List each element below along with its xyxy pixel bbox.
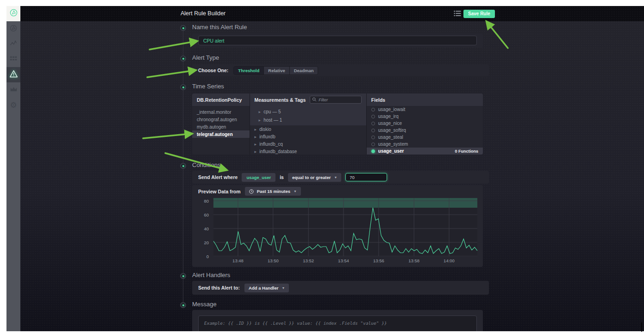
field-item[interactable]: usage_nice [367,120,483,127]
x-axis-tick-label: 13:48 [230,258,246,263]
measurements-column-header: Measurements & Tags [250,93,366,106]
alert-type-option-deadman[interactable]: Deadman [290,67,318,74]
sidebar-item-dashboards[interactable] [6,52,20,67]
sidebar-item-status[interactable] [6,21,20,37]
field-item[interactable]: usage_steal [367,134,483,141]
fields-header-label: Fields [371,97,385,103]
x-axis-tick-label: 13:58 [406,258,422,263]
measurement-label: influxdb [259,134,275,139]
dashboard-grid-icon [10,56,18,64]
field-item[interactable]: usage_iowait [367,106,483,113]
rule-builder-content: Name this Alert Rule Alert Type Time Ser… [20,21,644,331]
section-bullet [180,25,186,31]
section-title-message: Message [192,301,217,308]
measurement-item[interactable]: ▶influxdb_database [250,148,366,155]
time-range-dropdown[interactable]: Past 15 minutes ▼ [245,187,301,196]
threshold-band [213,198,477,208]
tag-label: host — 1 [263,118,282,123]
db-list: _internal.monitorchronograf.autogenmydb.… [192,106,250,138]
field-label: usage_user [378,148,404,154]
db-column-header-label: DB.RetentionPolicy [197,97,242,103]
condition-field-chip[interactable]: usage_user [242,173,275,182]
crown-icon [10,86,18,94]
preview-line-chart [213,198,477,256]
chevron-right-icon: ▶ [259,118,261,122]
alert-type-card: Choose One: ThresholdRelativeDeadman [192,64,489,76]
db-column-header: DB.RetentionPolicy [192,93,250,106]
chevron-down-icon: ▼ [281,286,285,290]
message-template-textarea[interactable] [198,315,477,331]
alert-type-option-relative[interactable]: Relative [264,67,289,74]
is-label: is [280,174,284,180]
sidebar-item-admin[interactable] [6,82,20,98]
page-title: Alert Rule Builder [181,6,225,21]
measurement-item[interactable]: ▶diskio [250,125,366,133]
conditions-rule-card: Send Alert where usage_user is equal to … [192,171,489,184]
db-item[interactable]: _internal.monitor [192,108,250,116]
measurement-label: diskio [259,127,271,132]
top-navbar: Alert Rule Builder Save Rule [20,6,644,21]
chevron-right-icon: ▶ [255,128,257,131]
chevron-right-icon: ▶ [255,142,257,146]
field-item[interactable]: usage_softirq [367,127,483,134]
sidebar-item-chronograf-logo[interactable] [6,6,20,21]
operator-dropdown[interactable]: equal to or greater ▼ [288,173,341,182]
tag-item[interactable]: ▶host — 1 [250,116,366,124]
measurement-label: influxdb_database [259,149,297,154]
x-axis-tick-label: 13:54 [335,258,352,263]
db-retention-column: DB.RetentionPolicy _internal.monitorchro… [192,93,250,155]
field-radio-icon [371,129,375,132]
tag-item[interactable]: ▶cpu — 5 [250,107,366,116]
alert-type-group: ThresholdRelativeDeadman [233,66,318,75]
choose-one-label: Choose One: [198,68,228,73]
section-bullet [180,273,186,279]
add-handler-dropdown[interactable]: Add a Handler ▼ [244,284,289,292]
section-title-time-series: Time Series [192,83,224,90]
y-axis-tick-label: 40 [195,226,209,231]
sidebar-item-data-explorer[interactable] [6,37,20,52]
preview-chart-card: Preview Data from Past 15 minutes ▼ 8060… [192,185,483,267]
chevron-down-icon: ▼ [334,176,337,179]
add-handler-value: Add a Handler [249,285,278,291]
alert-triangle-icon [9,70,18,80]
save-rule-button[interactable]: Save Rule [463,10,495,18]
fields-column: Fields usage_iowaitusage_irqusage_niceus… [367,93,483,155]
field-label: usage_irq [378,114,399,119]
threshold-value-input[interactable] [345,173,387,181]
preview-row: Preview Data from Past 15 minutes ▼ [198,187,301,196]
pulse-graph-icon [9,39,18,49]
db-item[interactable]: chronograf.autogen [192,116,250,123]
field-label: usage_iowait [378,107,405,112]
field-radio-icon [371,136,375,139]
field-radio-icon [371,142,375,146]
x-axis-tick-label: 13:50 [265,258,281,263]
operator-dropdown-value: equal to or greater [292,175,331,180]
db-item[interactable]: mydb.autogen [192,123,250,130]
field-radio-icon [371,149,375,153]
field-radio-icon [371,122,375,125]
field-label: usage_system [378,142,408,147]
app-window: ⚙ Alert Rule Builder Save Rule Name this… [6,6,644,331]
expanded-measurement-tags: ▶cpu — 5▶host — 1 [250,106,366,125]
y-axis-tick-label: 80 [195,198,209,204]
rule-list-icon[interactable] [454,10,461,17]
section-bullet [180,84,186,90]
db-item[interactable]: telegraf.autogen [192,130,250,138]
field-item[interactable]: usage_user0 Functions [367,148,483,155]
filter-input-wrap [310,96,362,104]
rule-name-input[interactable] [198,36,477,45]
field-functions-badge: 0 Functions [455,149,479,154]
measurement-list: ▶cpu — 5▶host — 1▶diskio▶influxdb▶influx… [250,106,366,155]
measurement-item[interactable]: ▶influxdb_cq [250,140,366,148]
measurement-item[interactable]: ▶influxdb [250,133,366,140]
alert-type-option-threshold[interactable]: Threshold [234,67,264,74]
field-item[interactable]: usage_irq [367,113,483,120]
sidebar-item-settings[interactable]: ⚙ [6,98,20,113]
measurement-label: influxdb_cq [259,142,283,147]
field-item[interactable]: usage_system [367,141,483,148]
search-icon [312,97,317,102]
y-axis-tick-label: 60 [195,212,209,217]
sidebar-item-alerting[interactable] [6,67,20,82]
name-rule-card [192,33,483,48]
measurement-filter-input[interactable] [310,96,362,104]
